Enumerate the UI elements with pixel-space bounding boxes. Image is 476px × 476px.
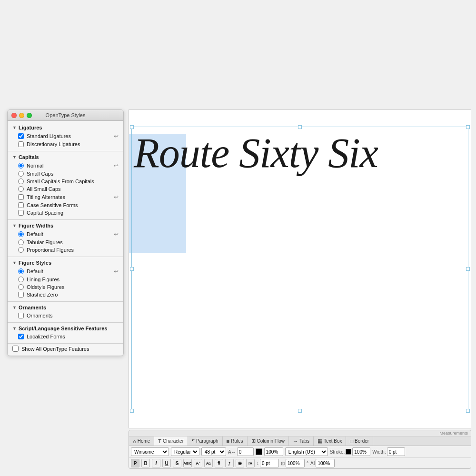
- stroke-swatch[interactable]: [346, 449, 351, 455]
- ornaments-checkbox[interactable]: [18, 313, 24, 318]
- width-input[interactable]: [387, 447, 405, 456]
- section-figure-styles-header[interactable]: ▼ Figure Styles: [8, 258, 123, 267]
- list-item: Lining Figures: [8, 276, 123, 283]
- tab-paragraph[interactable]: ¶ Paragraph: [188, 436, 223, 446]
- small-caps-radio[interactable]: [18, 171, 24, 177]
- titling-alternates-label: Titling Alternates: [27, 194, 111, 200]
- standard-ligatures-checkbox[interactable]: [18, 133, 24, 139]
- lining-figures-radio[interactable]: [18, 277, 24, 282]
- triangle-icon: ▼: [12, 305, 17, 310]
- measurements-controls-row1: Winsome Regular 48 pt A↔ English (US): [129, 446, 471, 457]
- fw-default-label: Default: [27, 231, 111, 237]
- fa-btn[interactable]: fA: [246, 459, 255, 467]
- measurements-title: Measurements: [129, 430, 471, 436]
- list-item: Tabular Figures: [8, 238, 123, 246]
- bullet-btn[interactable]: ◉: [236, 459, 244, 467]
- stroke-pct-input[interactable]: [352, 447, 370, 456]
- font-family-field: Winsome: [131, 447, 169, 456]
- column-flow-icon: ⊞: [251, 438, 256, 444]
- fw-icon: ↩: [114, 231, 119, 238]
- handle-mid-right[interactable]: [466, 267, 470, 271]
- tab-home[interactable]: ⌂ Home: [129, 436, 154, 446]
- proportional-figures-radio[interactable]: [18, 247, 24, 253]
- handle-bottom-right[interactable]: [466, 409, 470, 413]
- small-caps-from-capitals-radio[interactable]: [18, 178, 24, 184]
- fw-default-radio[interactable]: [18, 231, 24, 237]
- case-sensitive-forms-label: Case Sensitive Forms: [27, 202, 119, 208]
- tab-character[interactable]: T Character: [154, 436, 188, 446]
- capital-spacing-checkbox[interactable]: [18, 210, 24, 216]
- ai-input[interactable]: [316, 459, 335, 467]
- width-field: Width:: [372, 447, 405, 456]
- tab-text-box-label: Text Box: [324, 438, 342, 444]
- section-figure-widths-header[interactable]: ▼ Figure Widths: [8, 221, 123, 229]
- scale-input[interactable]: [286, 459, 305, 467]
- strikethrough-btn[interactable]: S: [173, 459, 181, 467]
- angle-field: °: [307, 461, 308, 466]
- titling-alternates-checkbox[interactable]: [18, 194, 24, 200]
- capitals-label: Capitals: [19, 154, 39, 160]
- abc-btn[interactable]: ABC: [183, 459, 192, 467]
- tabular-figures-radio[interactable]: [18, 239, 24, 245]
- normal-radio[interactable]: [18, 163, 24, 169]
- italic-btn[interactable]: I: [152, 459, 160, 467]
- tab-border[interactable]: □ Border: [346, 436, 373, 446]
- tab-text-box[interactable]: ▦ Text Box: [314, 436, 346, 446]
- handle-top-mid[interactable]: [298, 125, 302, 129]
- slashed-zero-checkbox[interactable]: [18, 292, 24, 298]
- tracking-input[interactable]: [237, 447, 254, 456]
- show-all-checkbox[interactable]: [12, 346, 19, 352]
- oldstyle-figures-radio[interactable]: [18, 284, 24, 290]
- ligatures-icon: ↩: [114, 133, 119, 139]
- close-button[interactable]: [11, 113, 17, 118]
- discretionary-ligatures-checkbox[interactable]: [18, 141, 24, 147]
- fs-default-radio[interactable]: [18, 268, 24, 274]
- handle-bottom-mid[interactable]: [298, 409, 302, 413]
- case-sensitive-forms-checkbox[interactable]: [18, 202, 24, 208]
- language-select[interactable]: English (US): [285, 447, 328, 456]
- list-item: Proportional Figures: [8, 246, 123, 254]
- list-item: Default ↩: [8, 267, 123, 276]
- offset-input[interactable]: [260, 459, 279, 467]
- figure-styles-label: Figure Styles: [19, 260, 51, 266]
- font-style-select[interactable]: Regular: [171, 447, 199, 456]
- tab-column-flow[interactable]: ⊞ Column Flow: [248, 436, 289, 446]
- maximize-button[interactable]: [27, 113, 32, 118]
- language-field: English (US): [285, 447, 328, 456]
- canvas-text[interactable]: Route Sixty Six: [134, 130, 378, 176]
- underline-btn[interactable]: U: [162, 459, 171, 467]
- canvas-area[interactable]: Route Sixty Six: [129, 109, 471, 428]
- character-icon: T: [158, 438, 161, 444]
- canvas-text-wrapper[interactable]: Route Sixty Six: [134, 129, 471, 177]
- tab-tabs[interactable]: → Tabs: [289, 436, 314, 446]
- minimize-button[interactable]: [19, 113, 24, 118]
- handle-mid-left[interactable]: [130, 267, 134, 271]
- tab-rules[interactable]: ≡ Rules: [223, 436, 248, 446]
- localized-forms-checkbox[interactable]: [18, 334, 24, 339]
- section-capitals-header[interactable]: ▼ Capitals: [8, 152, 123, 161]
- fs-default-label: Default: [27, 268, 111, 274]
- list-item: Titling Alternates ↩: [8, 193, 123, 201]
- font-size-select[interactable]: 48 pt: [201, 447, 226, 456]
- script-language-items: Localized Forms: [8, 332, 123, 342]
- f-btn[interactable]: ƒ: [225, 459, 234, 467]
- all-small-caps-radio[interactable]: [18, 186, 24, 192]
- handle-top-left[interactable]: [130, 125, 134, 129]
- paragraph-btn[interactable]: P: [131, 459, 139, 467]
- list-item: Localized Forms: [8, 333, 123, 340]
- bold-btn[interactable]: B: [141, 459, 150, 467]
- section-ligatures-header[interactable]: ▼ Ligatures: [8, 123, 123, 131]
- handle-top-right[interactable]: [466, 125, 470, 129]
- section-ornaments-header[interactable]: ▼ Ornaments: [8, 303, 123, 311]
- capitals-icon: ↩: [114, 162, 119, 169]
- ligatures-label: Ligatures: [19, 125, 42, 130]
- color-pct-input[interactable]: [264, 447, 283, 456]
- color-swatch[interactable]: [256, 448, 262, 455]
- superscript-btn[interactable]: A²: [194, 459, 202, 467]
- fi-btn[interactable]: fi: [215, 459, 223, 467]
- section-script-language-header[interactable]: ▼ Script/Language Sensitive Features: [8, 324, 123, 332]
- traffic-lights: [11, 113, 32, 118]
- subscript-btn[interactable]: A₂: [204, 459, 213, 467]
- handle-bottom-left[interactable]: [130, 409, 134, 413]
- font-family-select[interactable]: Winsome: [131, 447, 169, 456]
